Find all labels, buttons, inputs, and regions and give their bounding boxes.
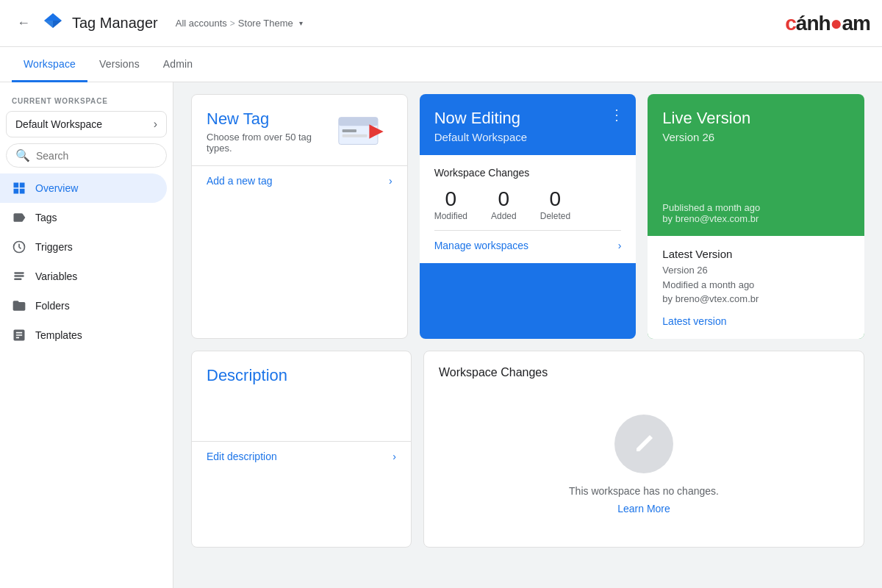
new-tag-icon [335, 110, 392, 154]
sidebar-item-triggers[interactable]: Triggers [0, 232, 167, 262]
new-tag-header: New Tag Choose from over 50 tag types. [207, 110, 392, 154]
new-tag-title: New Tag [207, 110, 335, 129]
svg-rect-5 [14, 275, 24, 277]
live-version-card: Live Version Version 26 Published a mont… [648, 94, 864, 339]
sidebar-item-label-templates: Templates [35, 329, 82, 341]
edit-description-label: Edit description [207, 451, 277, 462]
workspace-changes-section: Workspace Changes This workspace has no … [423, 351, 864, 548]
svg-rect-6 [14, 279, 21, 281]
svg-rect-10 [343, 129, 356, 132]
tab-versions[interactable]: Versions [87, 48, 151, 82]
modified-label: Modified [434, 211, 467, 221]
svg-rect-4 [14, 272, 24, 274]
manage-workspaces-label: Manage workspaces [434, 240, 528, 251]
svg-rect-8 [339, 118, 378, 126]
new-tag-title-area: New Tag Choose from over 50 tag types. [207, 110, 335, 154]
sidebar-section-label: CURRENT WORKSPACE [0, 88, 173, 108]
deleted-count: 0 [540, 187, 570, 211]
now-editing-card: Now Editing Default Workspace ⋮ Workspac… [420, 94, 637, 339]
back-button[interactable]: ← [12, 12, 35, 35]
latest-version-title: Latest Version [662, 248, 850, 260]
new-tag-card: New Tag Choose from over 50 tag types. [191, 94, 408, 339]
latest-version-link[interactable]: Latest version [662, 315, 850, 327]
live-version-top: Live Version Version 26 [648, 94, 864, 202]
sidebar-item-label-folders: Folders [35, 300, 70, 312]
workspace-arrow-icon: › [154, 118, 157, 131]
workspace-name: Default Workspace [15, 118, 102, 130]
sidebar-item-label-overview: Overview [35, 182, 78, 194]
published-info: Published a month ago [662, 202, 760, 213]
breadcrumb-container: Store Theme [238, 18, 293, 29]
overview-icon [12, 181, 26, 196]
nav-tabs: Workspace Versions Admin [0, 47, 882, 82]
sidebar-item-templates[interactable]: Templates [0, 320, 167, 350]
app-logo: Tag Manager [41, 12, 158, 35]
sidebar-item-variables[interactable]: Variables [0, 262, 167, 291]
search-icon: 🔍 [15, 148, 30, 162]
search-box[interactable]: 🔍 [6, 143, 167, 168]
second-row: Description Edit description › Workspace… [191, 351, 864, 548]
breadcrumb-separator: > [230, 18, 235, 29]
cards-row: New Tag Choose from over 50 tag types. [191, 94, 864, 339]
tags-icon [12, 210, 26, 225]
workspace-changes-panel: Workspace Changes 0 Modified 0 Added 0 D [420, 155, 637, 263]
templates-icon [12, 328, 26, 343]
main-content: New Tag Choose from over 50 tag types. [173, 82, 882, 588]
svg-rect-11 [343, 135, 368, 137]
modified-stat: 0 Modified [434, 187, 467, 221]
empty-state-text: This workspace has no changes. [569, 485, 719, 497]
latest-modified: Modified a month ago [662, 279, 754, 290]
now-editing-top: Now Editing Default Workspace ⋮ [420, 94, 637, 155]
description-card: Description Edit description › [191, 351, 412, 548]
description-title: Description [207, 366, 396, 385]
edit-description-action[interactable]: Edit description › [192, 441, 411, 471]
live-version-title: Live Version [662, 109, 850, 128]
folders-icon [12, 298, 26, 313]
empty-state-icon [614, 415, 673, 473]
now-editing-title: Now Editing [434, 109, 622, 128]
edit-description-chevron: › [392, 451, 396, 462]
description-card-body: Description [192, 351, 411, 429]
tab-workspace[interactable]: Workspace [12, 48, 87, 82]
learn-more-link[interactable]: Learn More [617, 503, 670, 514]
latest-version-meta: Version 26 Modified a month ago by breno… [662, 263, 850, 306]
workspace-changes-title: Workspace Changes [434, 167, 622, 179]
modified-count: 0 [434, 187, 467, 211]
variables-icon [12, 269, 26, 284]
added-label: Added [491, 211, 517, 221]
add-new-tag-action[interactable]: Add a new tag › [192, 165, 407, 196]
empty-state: This workspace has no changes. Learn Mor… [439, 391, 849, 532]
topbar-right: cánh●am [785, 12, 870, 35]
deleted-label: Deleted [540, 211, 570, 221]
changes-stats: 0 Modified 0 Added 0 Deleted [434, 187, 622, 221]
description-body [207, 385, 396, 429]
workspace-selector[interactable]: Default Workspace › [6, 111, 167, 137]
sidebar-item-overview[interactable]: Overview [0, 173, 167, 203]
latest-by: by breno@vtex.com.br [662, 293, 759, 304]
sidebar-item-tags[interactable]: Tags [0, 203, 167, 232]
sidebar-item-label-triggers: Triggers [35, 241, 73, 253]
search-input[interactable] [36, 150, 157, 162]
manage-workspaces-action[interactable]: Manage workspaces › [434, 230, 622, 251]
live-version-published: Published a month ago by breno@vtex.com.… [648, 202, 864, 236]
breadcrumb-all-accounts: All accounts [176, 18, 227, 29]
live-version-version: Version 26 [662, 131, 850, 143]
breadcrumb-dropdown[interactable]: ▾ [299, 19, 303, 27]
tab-admin[interactable]: Admin [151, 48, 204, 82]
sidebar-item-label-variables: Variables [35, 270, 77, 282]
logo-icon [41, 12, 65, 35]
sidebar-item-folders[interactable]: Folders [0, 291, 167, 320]
brand-logo: cánh●am [785, 12, 870, 35]
sidebar-item-label-tags: Tags [35, 212, 57, 223]
added-stat: 0 Added [491, 187, 517, 221]
new-tag-description: Choose from over 50 tag types. [207, 132, 335, 154]
add-new-tag-chevron: › [389, 175, 392, 187]
add-new-tag-label: Add a new tag [207, 175, 273, 187]
app-layout: CURRENT WORKSPACE Default Workspace › 🔍 … [0, 82, 882, 588]
now-editing-menu-button[interactable]: ⋮ [609, 106, 624, 123]
manage-workspaces-chevron: › [618, 240, 622, 251]
now-editing-workspace: Default Workspace [434, 131, 622, 143]
svg-marker-1 [53, 21, 62, 28]
deleted-stat: 0 Deleted [540, 187, 570, 221]
workspace-changes-section-title: Workspace Changes [439, 366, 849, 379]
